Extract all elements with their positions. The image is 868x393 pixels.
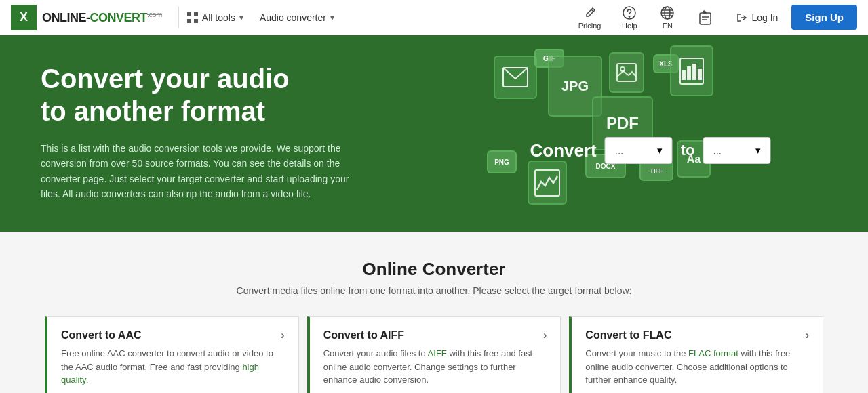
aac-card-title: Convert to AAC › [61,329,285,342]
svg-rect-0 [187,12,191,16]
to-label: to [681,142,695,159]
aac-link[interactable]: high quality [61,362,259,386]
clipboard-btn[interactable] [688,7,723,28]
flac-card-title: Convert to FLAC › [585,329,809,342]
svg-point-17 [620,67,625,71]
logo[interactable]: X ONLINE-CONVERT.com [11,5,162,30]
convert-aiff-card[interactable]: Convert to AIFF › Convert your audio fil… [307,316,561,393]
main-content: Online Converter Convert media files onl… [0,232,868,393]
svg-rect-1 [194,12,198,16]
convert-aac-card[interactable]: Convert to AAC › Free online AAC convert… [45,316,299,393]
converter-cards: Convert to AAC › Free online AAC convert… [41,316,827,393]
logo-convert: CONVERT [90,11,148,24]
svg-rect-2 [187,19,191,23]
hero-left: Convert your audioto another format This… [41,62,473,205]
png-format-icon: PNG [487,150,517,173]
svg-rect-11 [700,13,711,24]
from-placeholder: ... [615,145,624,157]
help-label: Help [622,22,637,30]
chart-format-icon [670,45,713,96]
to-format-select[interactable]: ... ▾ [703,137,771,164]
svg-rect-26 [698,70,701,79]
svg-rect-20 [682,71,685,79]
section-title: Online Converter [41,259,827,280]
svg-rect-22 [688,67,690,79]
signup-label: Sign Up [805,12,844,23]
from-chevron: ▾ [657,144,663,157]
header-right: Pricing Help E [570,3,857,33]
grid-icon [187,12,198,23]
convert-bar: Convert ... ▾ to ... ▾ [530,137,770,164]
all-tools-chevron: ▾ [239,13,243,22]
signup-btn[interactable]: Sign Up [791,5,857,30]
hero-right: GIF JPG XLS [473,62,827,205]
globe-icon [660,5,675,20]
login-label: Log In [751,12,778,23]
clipboard-icon [698,10,713,25]
audio-converter-label: Audio converter [260,12,326,23]
convert-label: Convert [530,140,596,161]
section-subtitle: Convert media files online from one form… [41,285,827,296]
svg-rect-24 [693,64,696,79]
flac-link[interactable]: FLAC format [688,348,738,358]
audio-converter-nav[interactable]: Audio converter ▾ [252,0,342,35]
convert-flac-card[interactable]: Convert to FLAC › Convert your music to … [569,316,823,393]
login-icon [736,12,747,23]
aiff-link[interactable]: AIFF [428,348,447,358]
img-format-icon [609,52,644,93]
hero-description: This is a list with the audio conversion… [41,141,353,202]
language-btn[interactable]: EN [650,3,685,33]
svg-rect-3 [194,19,198,23]
aac-card-desc: Free online AAC converter to convert aud… [61,347,285,387]
header: X ONLINE-CONVERT.com All tools ▾ Audio c… [0,0,868,35]
hero-section: Convert your audioto another format This… [0,35,868,232]
from-format-select[interactable]: ... ▾ [605,137,673,164]
hero-title: Convert your audioto another format [41,62,473,127]
svg-point-5 [629,16,630,16]
to-chevron: ▾ [755,144,761,157]
audio-converter-chevron: ▾ [330,13,334,22]
logo-text: ONLINE-CONVERT.com [42,10,162,25]
trend-format-icon [528,161,567,205]
logo-icon: X [11,5,37,30]
aiff-card-arrow: › [543,329,547,342]
pencil-icon [583,5,597,20]
aiff-card-desc: Convert your audio files to AIFF with th… [323,347,547,387]
pricing-label: Pricing [578,22,601,30]
aac-card-arrow: › [281,329,284,342]
aiff-card-title: Convert to AIFF › [323,329,547,342]
question-icon [622,5,637,20]
all-tools-label: All tools [202,12,235,23]
email-format-icon [494,56,537,99]
all-tools-nav[interactable]: All tools ▾ [179,0,252,35]
help-btn[interactable]: Help [612,3,647,33]
flac-card-desc: Convert your music to the FLAC format wi… [585,347,809,387]
pricing-btn[interactable]: Pricing [570,3,610,33]
lang-label: EN [663,22,673,30]
to-placeholder: ... [713,145,722,157]
login-btn[interactable]: Log In [726,7,789,28]
logo-com: .com [147,10,162,18]
flac-card-arrow: › [806,329,809,342]
